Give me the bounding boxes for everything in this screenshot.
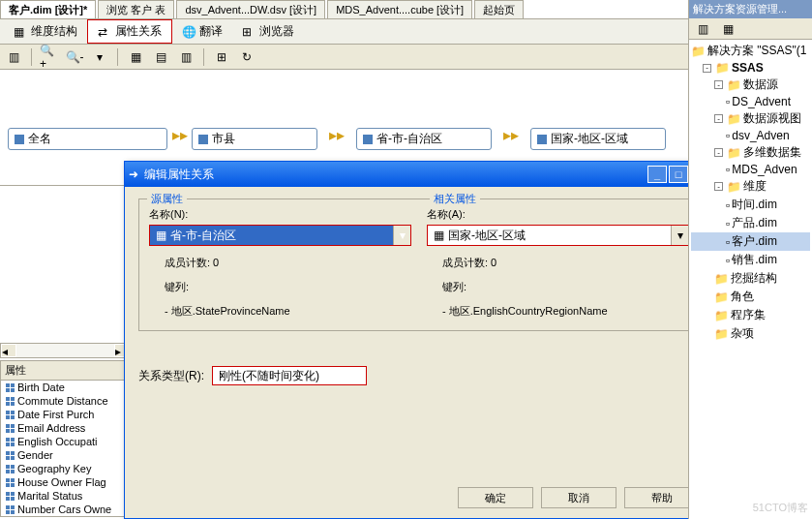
layout-button-2[interactable]: ▤ <box>151 47 170 67</box>
expand-button[interactable]: - <box>714 148 723 157</box>
folder-icon: 📁 <box>727 78 741 92</box>
file-icon: ▫ <box>726 217 730 230</box>
relation-icon: ⇄ <box>98 25 111 39</box>
grid-icon: ▦ <box>434 229 444 242</box>
tree-node[interactable]: ▫dsv_Adven <box>691 128 810 143</box>
source-member-count: 成员计数: 0 <box>149 256 411 270</box>
related-attr-combo[interactable]: ▦国家-地区-区域 ▾ <box>427 225 689 246</box>
tab-start-page[interactable]: 起始页 <box>474 0 524 18</box>
properties-button[interactable]: ▥ <box>693 19 712 39</box>
attr-list-item[interactable]: Birth Date <box>1 381 130 394</box>
tree-node[interactable]: ▫销售.dim <box>691 251 810 269</box>
arrange-button[interactable]: ⊞ <box>212 47 231 67</box>
scroll-left-button[interactable]: ◂ <box>1 344 16 357</box>
tree-node[interactable]: ▫产品.dim <box>691 214 810 232</box>
tree-node[interactable]: ▫客户.dim <box>691 232 810 251</box>
tree-node[interactable]: -📁数据源 <box>691 76 810 94</box>
subtab-translate[interactable]: 🌐翻译 <box>172 20 232 43</box>
grid-icon <box>5 464 15 473</box>
folder-icon: 📁 <box>714 309 729 322</box>
refresh-button[interactable]: ↻ <box>237 47 256 67</box>
attr-node-city[interactable]: 市县 <box>192 128 317 150</box>
tree-node[interactable]: 📁角色 <box>691 288 810 306</box>
tree-node[interactable]: 📁杂项 <box>691 324 810 343</box>
attr-node-fullname[interactable]: 全名 <box>8 128 167 150</box>
layout-button-1[interactable]: ▦ <box>126 47 145 67</box>
expand-button[interactable]: - <box>703 64 711 73</box>
cancel-button[interactable]: 取消 <box>541 487 617 508</box>
attr-node-country[interactable]: 国家-地区-区域 <box>530 128 666 150</box>
attr-list-item[interactable]: Commute Distance <box>1 394 130 408</box>
dialog-titlebar[interactable]: ➜编辑属性关系 _ □ ✕ <box>125 162 713 187</box>
new-relation-button[interactable]: ▥ <box>4 47 23 67</box>
tree-node[interactable]: 📁程序集 <box>691 306 810 324</box>
folder-icon: 📁 <box>727 146 741 160</box>
subtab-dim-structure[interactable]: ▦维度结构 <box>4 20 87 43</box>
chevron-down-icon[interactable]: ▾ <box>671 226 688 245</box>
subtab-attr-relations[interactable]: ⇄属性关系 <box>87 19 172 44</box>
translate-icon: 🌐 <box>182 25 195 39</box>
tab-browse-customer[interactable]: 浏览 客户 表 <box>98 0 174 18</box>
chevron-down-icon[interactable]: ▾ <box>393 226 410 245</box>
solution-icon: 📁 <box>691 45 706 58</box>
minimize-button[interactable]: _ <box>647 166 667 183</box>
file-icon: ▫ <box>726 163 730 176</box>
relation-type-label: 关系类型(R): <box>138 368 204 384</box>
folder-icon: 📁 <box>714 272 729 286</box>
maximize-button[interactable]: □ <box>669 166 688 183</box>
source-name-label: 名称(N): <box>149 207 411 222</box>
grid-icon: ▦ <box>156 229 166 242</box>
attr-list-item[interactable]: House Owner Flag <box>1 475 130 489</box>
solution-toolbar: ▥ ▦ <box>689 18 812 40</box>
grid-icon <box>5 450 15 460</box>
related-key-col: - 地区.EnglishCountryRegionName <box>427 304 689 319</box>
layout-button-3[interactable]: ▥ <box>176 47 195 67</box>
related-member-count: 成员计数: 0 <box>427 256 689 270</box>
relation-type-combo[interactable]: 刚性(不随时间变化) <box>212 366 367 385</box>
solution-tree: 📁解决方案 "SSAS"(1 -📁SSAS -📁数据源▫DS_Advent-📁数… <box>689 40 812 345</box>
show-all-button[interactable]: ▦ <box>718 19 737 39</box>
tree-node[interactable]: 📁挖掘结构 <box>691 269 810 288</box>
expand-button[interactable]: - <box>714 80 723 89</box>
tree-node[interactable]: ▫时间.dim <box>691 196 810 214</box>
key-col-label: 键列: <box>427 280 689 294</box>
key-col-label: 键列: <box>149 280 411 294</box>
solution-node[interactable]: 📁解决方案 "SSAS"(1 <box>691 42 810 60</box>
attr-list-item[interactable]: Email Address <box>1 421 130 435</box>
file-icon: ▫ <box>726 198 730 212</box>
attr-list-item[interactable]: Geography Key <box>1 462 130 475</box>
project-node[interactable]: -📁SSAS <box>691 60 810 76</box>
grid-icon <box>15 135 24 144</box>
zoom-dropdown[interactable]: ▾ <box>90 47 109 67</box>
file-icon: ▫ <box>726 235 730 249</box>
tree-node[interactable]: -📁维度 <box>691 177 810 196</box>
expand-button[interactable]: - <box>714 114 723 123</box>
tree-node[interactable]: ▫DS_Advent <box>691 94 810 109</box>
source-attr-combo[interactable]: ▦省-市-自治区 ▾ <box>149 225 411 246</box>
attr-list-item[interactable]: Marital Status <box>1 489 130 503</box>
attr-list-item[interactable]: Date First Purch <box>1 408 130 421</box>
attr-node-province[interactable]: 省-市-自治区 <box>356 128 492 150</box>
subtab-browser[interactable]: ⊞浏览器 <box>232 20 304 43</box>
tree-node[interactable]: -📁多维数据集 <box>691 143 810 162</box>
related-name-label: 名称(A): <box>427 207 689 222</box>
watermark: 51CTO博客 <box>753 501 808 515</box>
attr-list-item[interactable]: English Occupati <box>1 435 130 448</box>
grid-icon <box>5 423 15 433</box>
h-scrollbar[interactable]: ◂ ▸ <box>0 343 131 358</box>
attr-list-item[interactable]: Gender <box>1 448 130 462</box>
expand-button[interactable]: - <box>714 182 723 191</box>
zoom-out-button[interactable]: 🔍- <box>65 47 84 67</box>
tree-node[interactable]: ▫MDS_Adven <box>691 162 810 177</box>
attr-list-item[interactable]: Number Cars Owne <box>1 503 130 516</box>
ok-button[interactable]: 确定 <box>458 487 533 508</box>
tab-mds-cube[interactable]: MDS_Advent....cube [设计] <box>327 0 472 18</box>
tab-customer-dim[interactable]: 客户.dim [设计]* <box>0 0 96 18</box>
dialog-title-text: 编辑属性关系 <box>144 167 214 183</box>
related-attr-legend: 相关属性 <box>430 192 480 206</box>
grid-icon <box>5 491 15 501</box>
zoom-in-button[interactable]: 🔍+ <box>40 47 59 67</box>
project-icon: 📁 <box>715 61 730 75</box>
tab-dsv-advent[interactable]: dsv_Advent...DW.dsv [设计] <box>176 0 325 18</box>
tree-node[interactable]: -📁数据源视图 <box>691 109 810 128</box>
